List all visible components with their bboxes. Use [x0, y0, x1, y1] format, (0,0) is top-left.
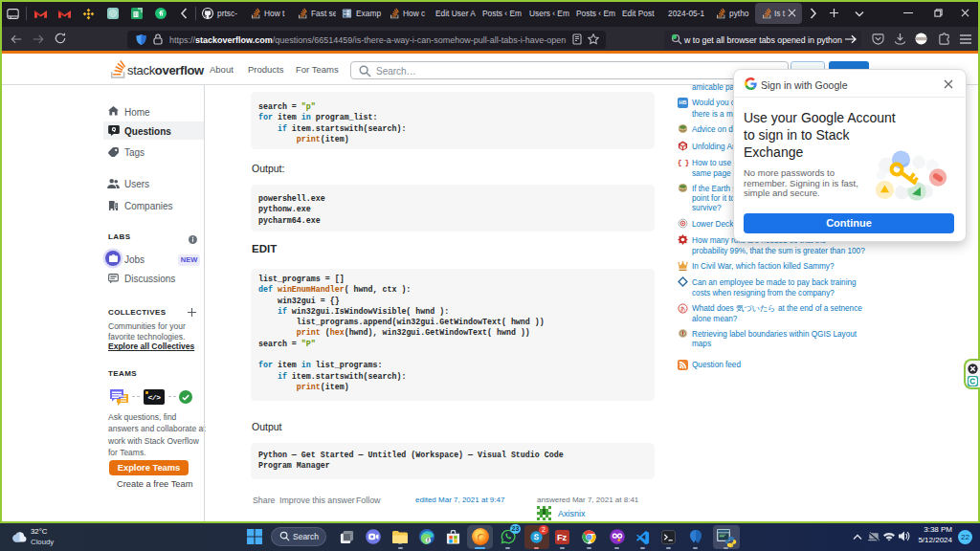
svg-text:あ: あ [679, 304, 686, 312]
svg-text:Fz: Fz [557, 533, 568, 542]
